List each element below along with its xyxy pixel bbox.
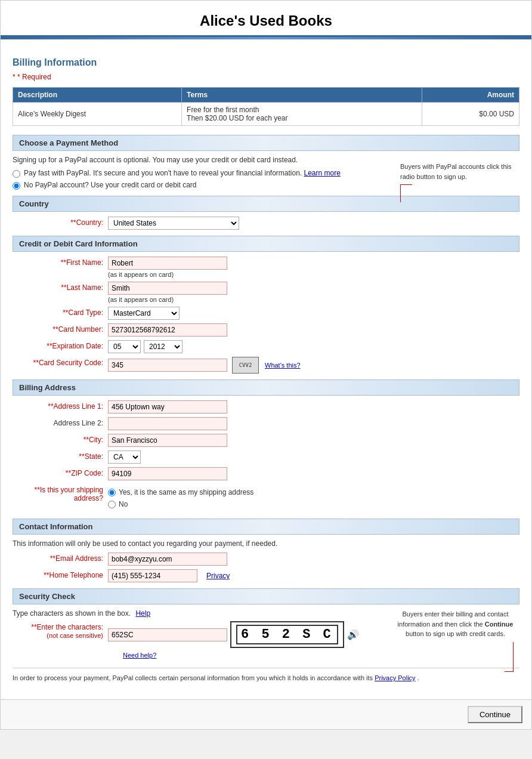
no-paypal-radio[interactable]: [13, 182, 20, 190]
security-code-label: **Card Security Code:: [13, 357, 108, 367]
card-number-label: **Card Number:: [13, 323, 108, 334]
card-number-row: **Card Number:: [13, 323, 519, 337]
country-label: **Country:: [13, 217, 108, 227]
zip-label: **ZIP Code:: [13, 467, 108, 477]
state-label: **State:: [13, 451, 108, 461]
whats-this-link[interactable]: What's this?: [265, 362, 301, 369]
shipping-yes-option: Yes, it is the same as my shipping addre…: [108, 488, 253, 496]
exp-year-select[interactable]: 2010 2011 2012 2013 2014 2015: [144, 340, 183, 353]
captcha-audio-icon[interactable]: 🔊: [347, 629, 359, 640]
required-star: *: [13, 73, 17, 81]
security-code-row: **Card Security Code: CVV2 What's this?: [13, 357, 519, 374]
card-number-input[interactable]: [108, 323, 227, 337]
captcha-wrap: 6 5 2 S C 🔊: [108, 621, 359, 648]
paypal-learn-more-link[interactable]: Learn more: [304, 169, 341, 177]
city-label: **City:: [13, 434, 108, 444]
card-type-select[interactable]: Visa MasterCard American Express Discove…: [108, 307, 180, 320]
security-instruction: Type characters as shown in the box. Hel…: [13, 609, 400, 618]
expiration-label: **Expiration Date:: [13, 340, 108, 350]
shipping-no-radio[interactable]: [108, 501, 116, 508]
payment-options-wrapper: Signing up for a PayPal account is optio…: [13, 156, 519, 190]
card-type-row: **Card Type: Visa MasterCard American Ex…: [13, 307, 519, 320]
paypal-radio-row: Pay fast with PayPal. It's secure and yo…: [13, 169, 418, 178]
card-security-icon: CVV2: [232, 357, 259, 374]
first-name-field-wrap: (as it appears on card): [108, 257, 227, 278]
continue-button[interactable]: Continue: [468, 706, 522, 723]
shipping-yes-label: Yes, it is the same as my shipping addre…: [119, 488, 253, 496]
contact-info-text: This information will only be used to co…: [13, 539, 519, 548]
need-help-link[interactable]: Need help?: [123, 652, 400, 659]
address1-label: **Address Line 1:: [13, 400, 108, 411]
payment-info-text: Signing up for a PayPal account is optio…: [13, 156, 418, 164]
zip-input[interactable]: [108, 467, 227, 480]
phone-wrap: Privacy: [108, 569, 230, 582]
privacy-link[interactable]: Privacy: [206, 572, 230, 580]
first-name-row: **First Name: (as it appears on card): [13, 257, 519, 278]
last-name-row: **Last Name: (as it appears on card): [13, 282, 519, 303]
paypal-option-label: Pay fast with PayPal. It's secure and yo…: [24, 169, 302, 177]
card-type-label: **Card Type:: [13, 307, 108, 317]
required-note: * * Required: [13, 73, 519, 81]
row-description: Alice's Weekly Digest: [13, 103, 182, 126]
first-name-note: (as it appears on card): [108, 271, 227, 278]
payment-method-header: Choose a Payment Method: [13, 135, 519, 151]
address2-row: Address Line 2:: [13, 417, 519, 430]
first-name-input[interactable]: [108, 257, 227, 270]
captcha-input[interactable]: [108, 628, 227, 641]
page-wrapper: Alice's Used Books Billing Information *…: [0, 0, 532, 730]
address2-label: Address Line 2:: [13, 417, 108, 427]
table-row: Alice's Weekly Digest Free for the first…: [13, 103, 519, 126]
main-content: Billing Information * * Required Descrip…: [1, 39, 531, 699]
shipping-row: **Is this your shipping address? Yes, it…: [13, 484, 519, 513]
security-code-input[interactable]: [108, 359, 227, 372]
city-row: **City:: [13, 434, 519, 447]
captcha-label: **Enter the characters: (not case sensit…: [13, 621, 108, 640]
phone-label: **Home Telephone: [13, 569, 108, 579]
bottom-callout: Buyers enter their billing and contact i…: [397, 609, 514, 672]
summary-table: Description Terms Amount Alice's Weekly …: [13, 87, 519, 126]
city-input[interactable]: [108, 434, 227, 447]
site-title: Alice's Used Books: [7, 13, 525, 29]
paypal-callout: Buyers with PayPal accounts click this r…: [400, 162, 514, 202]
security-help-link[interactable]: Help: [135, 609, 150, 618]
last-name-field-wrap: (as it appears on card): [108, 282, 227, 303]
last-name-note: (as it appears on card): [108, 296, 227, 303]
bottom-section: Type characters as shown in the box. Hel…: [13, 609, 519, 659]
country-select[interactable]: United States Canada United Kingdom Aust…: [108, 217, 239, 230]
shipping-label: **Is this your shipping address?: [13, 484, 108, 502]
address1-row: **Address Line 1:: [13, 400, 519, 414]
last-name-input[interactable]: [108, 282, 227, 295]
no-paypal-label: No PayPal account? Use your credit card …: [24, 181, 196, 189]
row-amount: $0.00 USD: [422, 103, 519, 126]
expiration-row: **Expiration Date: 01 02 03 04 05 06 07 …: [13, 340, 519, 353]
address2-input[interactable]: [108, 417, 227, 430]
privacy-policy-link[interactable]: Privacy Policy: [375, 674, 415, 681]
email-input[interactable]: [108, 553, 227, 566]
shipping-yes-radio[interactable]: [108, 489, 116, 496]
email-label: **Email Address:: [13, 553, 108, 563]
shipping-no-label: No: [119, 500, 128, 508]
address1-input[interactable]: [108, 400, 227, 414]
captcha-image: 6 5 2 S C: [230, 621, 344, 648]
col-amount: Amount: [422, 88, 519, 103]
exp-month-select[interactable]: 01 02 03 04 05 06 07 08 09 10 11 12: [108, 340, 141, 353]
phone-input[interactable]: [108, 569, 197, 582]
shipping-no-option: No: [108, 500, 253, 508]
card-info-header: Credit or Debit Card Information: [13, 236, 519, 252]
row-terms: Free for the first month Then $20.00 USD…: [182, 103, 422, 126]
col-description: Description: [13, 88, 182, 103]
captcha-row: **Enter the characters: (not case sensit…: [13, 621, 400, 648]
security-code-wrap: CVV2 What's this?: [108, 357, 301, 374]
required-text: * Required: [17, 73, 51, 81]
last-name-label: **Last Name:: [13, 282, 108, 292]
expiration-selects: 01 02 03 04 05 06 07 08 09 10 11 12 2010…: [108, 340, 183, 353]
paypal-radio[interactable]: [13, 170, 20, 178]
state-select[interactable]: AL AK AZ AR CA CO CT FL GA NY TX WA: [108, 451, 141, 464]
contact-section-header: Contact Information: [13, 519, 519, 535]
country-row: **Country: United States Canada United K…: [13, 217, 519, 230]
email-row: **Email Address:: [13, 553, 519, 566]
page-title: Billing Information: [13, 57, 519, 68]
continue-row: Continue: [1, 699, 531, 729]
page-header: Alice's Used Books: [1, 1, 531, 37]
first-name-label: **First Name:: [13, 257, 108, 267]
